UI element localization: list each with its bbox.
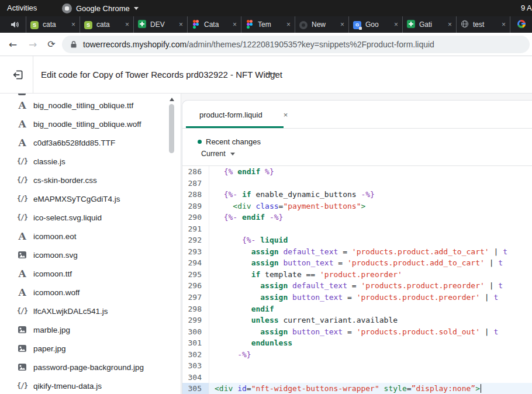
line-number: 297 [182,292,209,303]
lock-icon[interactable] [70,40,77,49]
line-number: 295 [182,269,209,281]
file-name: paper.jpg [33,344,66,353]
file-row[interactable]: {/}lfcAXLwjkDALc541.js [0,302,171,320]
line-number: 302 [182,349,209,361]
image-file-icon [0,325,28,334]
shopify-icon: S [30,20,39,29]
text-cursor [481,384,482,393]
tab-close-icon[interactable]: × [233,20,237,29]
version-dropdown[interactable]: Current [201,150,532,158]
app-menu[interactable]: Google Chrome [62,0,139,16]
file-name: lfcAXLwjkDALc541.js [33,307,108,316]
browser-tab[interactable]: Gati× [402,16,456,33]
editor-tab[interactable]: product-form.liquid × [199,101,288,129]
file-name: marble.jpg [33,326,70,334]
code-area[interactable]: 286 {% endif %}287288 {%- if enable_dyna… [182,166,532,394]
line-number: 286 [182,166,209,178]
file-row[interactable]: Ac0df3a6b528fdd85.TTF [0,133,171,152]
back-button[interactable]: ← [5,33,21,56]
header-divider [33,56,33,93]
tab-title: Gati [419,20,445,29]
activities-button[interactable]: Activities [7,0,37,16]
address-bar[interactable]: towerrecords.myshopify.com/admin/themes/… [62,36,530,53]
tab-close-icon[interactable]: × [340,20,344,29]
tab-close-icon[interactable]: × [125,20,129,29]
file-name: big_noodle_titling_oblique.ttf [33,101,133,110]
line-number: 290 [182,212,209,223]
line-number: 301 [182,337,209,349]
line-number: 287 [182,178,209,189]
exit-code-editor-button[interactable] [8,65,28,85]
file-row[interactable]: Abig_noodle_titling_oblique.woff [0,115,171,133]
line-number: 296 [182,280,209,292]
code-line: 295 if template == 'product.preorder' [182,269,532,281]
tab-title: Tem [258,20,284,29]
code-line: 286 {% endif %} [182,166,532,178]
code-line: 300 assign button_text = 'products.produ… [182,326,532,338]
file-row[interactable]: icomoon.svg [0,246,171,264]
file-row[interactable]: paper.jpg [0,339,171,358]
forward-button[interactable]: → [25,33,41,56]
file-row[interactable]: {/}classie.js [0,152,171,171]
code-file-icon: {/} [0,213,28,222]
browser-tab[interactable]: GGoo× [348,16,402,33]
file-row[interactable]: password-page-background.jpg [0,358,171,376]
tab-close-icon[interactable]: × [286,20,291,29]
line-number: 293 [182,246,209,258]
active-tab-indicator [186,126,284,128]
line-number: 289 [182,201,209,212]
browser-tab[interactable] [510,16,532,33]
file-row[interactable]: Aicomoon.ttf [0,264,171,283]
code-editor-panel: product-form.liquid × Recent changes Cur… [182,100,532,394]
recent-changes-label: Recent changes [206,137,261,146]
browser-tab[interactable]: DEV× [133,16,187,33]
line-number: 303 [182,360,209,372]
tab-close-icon[interactable]: × [448,20,452,29]
line-number: 304 [182,372,209,383]
sidebar-scrollbar-thumb[interactable] [169,104,174,153]
font-file-icon: A [0,268,28,279]
tab-title: cata [43,20,69,29]
file-row[interactable]: {/}ico-select.svg.liquid [0,208,171,227]
file-name: big_noodle_titling_oblique.woff [33,120,141,129]
file-row[interactable]: marble.jpg [0,320,171,339]
browser-tab[interactable]: test× [456,16,510,33]
browser-tab[interactable]: Tem× [241,16,295,33]
more-actions-button[interactable]: ••• [265,56,277,92]
browser-tab[interactable]: Cata× [187,16,241,33]
tab-close-icon[interactable]: × [394,20,398,29]
browser-tab[interactable]: New× [295,16,348,33]
chevron-down-icon [134,7,139,10]
line-number: 305 [182,383,209,394]
browser-tab[interactable]: Scata× [26,16,80,33]
line-number: 292 [182,234,209,246]
font-file-icon: A [0,137,28,148]
code-line: 301 endunless [182,337,532,349]
tab-title: cata [96,20,123,29]
file-row[interactable]: {/}qikify-tmenu-data.js [0,376,171,394]
browser-tab[interactable]: Scata× [80,16,133,33]
version-label: Current [201,150,226,158]
code-line: 305<div id="nft-widget-buttons-wrapper" … [182,383,532,394]
image-file-icon [0,250,28,260]
code-file-icon: {/} [0,195,28,203]
close-icon[interactable]: × [284,110,288,119]
code-line: 290 {%- endif -%} [182,212,532,223]
speaker-icon [10,20,19,32]
reload-button[interactable]: ⟳ [43,33,60,56]
tab-close-icon[interactable]: × [71,20,75,29]
file-row[interactable]: Abig_noodle_titling_oblique.ttf [0,96,171,115]
tab-close-icon[interactable]: × [502,20,506,29]
page-title: Edit code for Copy of Tower Records prd0… [41,56,282,93]
file-row[interactable]: Aicomoon.eot [0,227,171,246]
file-sidebar: Abig_noodle_titling_oblique.ttfAbig_nood… [0,94,181,394]
line-number: 299 [182,314,209,326]
file-row[interactable]: {/}eMAPMXSyTCgGdiT4.js [0,189,171,208]
scroll-up-icon[interactable] [170,98,174,101]
sheets-icon [138,20,146,30]
file-row[interactable]: Aicomoon.woff [0,283,171,302]
file-row[interactable]: {/}cs-skin-border.css [0,171,171,189]
code-line: 297 assign button_text = 'products.produ… [182,292,532,303]
tab-close-icon[interactable]: × [179,20,183,29]
file-name: eMAPMXSyTCgGdiT4.js [33,195,120,203]
